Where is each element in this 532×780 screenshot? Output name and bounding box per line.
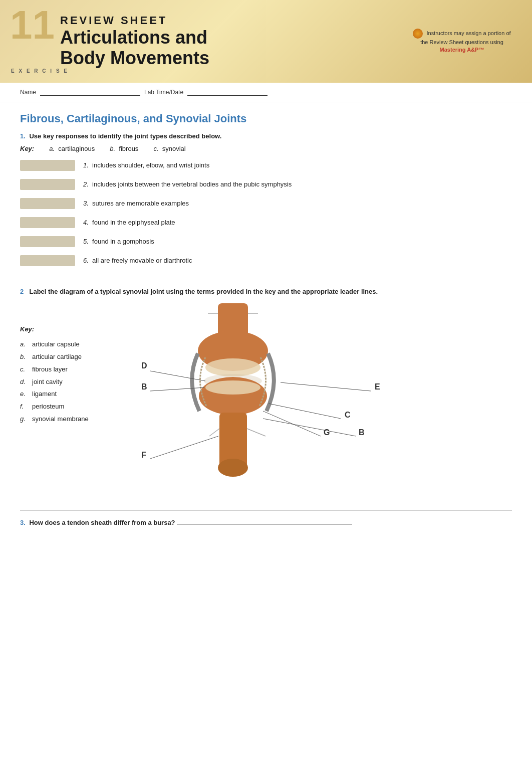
exercise-number: 11 [10,5,55,45]
name-label: Name [20,89,36,96]
key-item-c: c. synovial [153,145,185,152]
svg-line-14 [281,382,371,391]
answer-text-2: 2. includes joints between the vertebral… [83,180,292,188]
section1-heading: Fibrous, Cartilaginous, and Synovial Joi… [20,112,512,125]
key-item-e-diag: e. ligament [20,388,120,401]
label-E: E [375,382,380,391]
label-B-right: B [359,428,365,437]
mastering-label: Mastering A&P™ [440,47,484,53]
key-label: Key: [20,145,34,152]
header: 11 E X E R C I S E REVIEW SHEET Articula… [0,0,532,83]
key-row: Key: a. cartilaginous b. fibrous c. syno… [20,145,512,152]
lab-label: Lab Time/Date [144,89,183,96]
svg-point-2 [205,358,260,376]
answer-text-3: 3. sutures are memorable examples [83,200,189,207]
q3-answer-line [177,518,352,525]
q1-label: 1. Use key responses to identify the joi… [20,132,512,140]
answer-box-1 [20,160,75,171]
answer-item-6: 6. all are freely movable or diarthrotic [20,254,512,268]
header-note: Instructors may assign a portion of the … [412,29,512,54]
diagram-key: Key: a. articular capsule b. articular c… [20,303,120,495]
answer-text-5: 5. found in a gomphosis [83,238,154,245]
answer-item-5: 5. found in a gomphosis [20,235,512,249]
joint-diagram-svg: D B E C G B F [120,303,401,494]
header-title: REVIEW SHEET Articulations and Body Move… [60,14,412,69]
answer-box-6 [20,255,75,266]
answer-item-3: 3. sutures are memorable examples [20,197,512,211]
svg-line-12 [150,371,205,381]
answer-text-6: 6. all are freely movable or diarthrotic [83,257,192,264]
key-item-f-diag: f. periosteum [20,401,120,413]
page: 11 E X E R C I S E REVIEW SHEET Articula… [0,0,532,780]
key-item-b: b. fibrous [110,145,138,152]
q3-label: 3. How does a tendon sheath differ from … [20,518,512,526]
key-item-a-diag: a. articular capsule [20,338,120,351]
answer-box-2 [20,179,75,190]
q3-section: 3. How does a tendon sheath differ from … [20,510,512,526]
diagram-container: Key: a. articular capsule b. articular c… [20,303,512,495]
svg-line-11 [247,429,265,436]
name-row: Name Lab Time/Date [0,83,532,102]
answer-item-2: 2. includes joints between the vertebral… [20,177,512,191]
main-title: Articulations and Body Movements [60,27,412,69]
label-C: C [345,411,351,419]
answer-box-5 [20,236,75,247]
content: Fibrous, Cartilaginous, and Synovial Joi… [0,102,532,541]
name-field [40,89,140,96]
svg-line-10 [209,429,219,436]
date-field [187,89,268,96]
svg-line-15 [269,404,341,419]
review-label: REVIEW SHEET [60,14,412,27]
q2-section: 2 Label the diagram of a typical synovia… [20,288,512,495]
label-G: G [324,428,330,437]
exercise-label: E X E R C I S E [11,68,69,74]
key-item-b-diag: b. articular cartilage [20,351,120,363]
answer-box-3 [20,198,75,209]
svg-line-13 [150,387,204,391]
answer-text-4: 4. found in the epiphyseal plate [83,219,175,226]
diagram-key-label: Key: [20,323,120,336]
svg-point-5 [205,380,260,395]
mastering-icon [413,29,423,39]
key-item-c-diag: c. fibrous layer [20,363,120,376]
svg-point-7 [218,459,248,477]
answer-text-1: 1. includes shoulder, elbow, and wrist j… [83,161,209,169]
q2-label: 2 Label the diagram of a typical synovia… [20,288,512,295]
svg-line-17 [263,419,356,436]
label-B-left: B [141,382,147,391]
answer-box-4 [20,217,75,228]
answer-item-1: 1. includes shoulder, elbow, and wrist j… [20,158,512,172]
key-item-g-diag: g. synovial membrane [20,413,120,426]
svg-line-18 [150,436,218,459]
key-item-a: a. cartilaginous [49,145,95,152]
label-F: F [141,451,146,459]
label-D: D [141,361,147,370]
answer-items: 1. includes shoulder, elbow, and wrist j… [20,158,512,268]
answer-item-4: 4. found in the epiphyseal plate [20,216,512,230]
svg-line-16 [263,411,321,436]
key-item-d-diag: d. joint cavity [20,376,120,388]
svg-diagram-container: D B E C G B F [120,303,512,495]
